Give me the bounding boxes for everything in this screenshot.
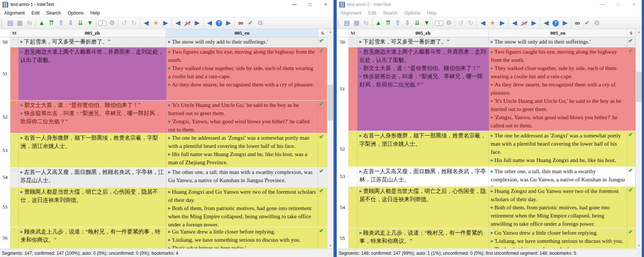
status-cell[interactable]: ✔ [318, 101, 327, 133]
previous-bookmark-icon[interactable]: ◀ [478, 18, 488, 28]
segment-text[interactable]: ▶左首一人又高又瘦，面目黝黑，姓顾名炎武，字亭林，江苏昆山人士。 [20, 168, 164, 184]
segment-text[interactable]: ▶快步迎将出去，叫道：“梨洲兄、亭林兄，哪一阵好风，吹得你二位光临？” [359, 72, 487, 89]
segment-text[interactable]: ▶Two figures caught his eye, moving alon… [168, 48, 316, 64]
menu-search[interactable]: Search [379, 9, 401, 17]
col-header-005-zh[interactable]: 005_zh [19, 29, 166, 37]
col-header-m[interactable]: M [10, 29, 19, 37]
move-down-green-icon[interactable]: ▼ [85, 18, 95, 28]
sync-arrows-icon[interactable]: ⇆ [25, 18, 34, 28]
segment-text[interactable]: ▶They walked close together, side by sid… [168, 64, 316, 80]
menu-help[interactable]: Help [87, 9, 103, 17]
wrench-icon[interactable]: ⚙ [107, 18, 117, 28]
move-double-up-green-icon[interactable]: ⇈ [47, 18, 56, 28]
bookmark-star-outline-icon[interactable]: ☆ [12, 37, 16, 43]
segment-text[interactable]: ▶That's what brings us here today.' [491, 245, 625, 248]
bookmark-cell[interactable]: ☆ [10, 227, 19, 248]
segment-text[interactable]: ▶忽见南边大道上两个人戴着斗笠，并肩而来，走到近处，认出了面貌。 [359, 48, 487, 64]
non-1-1-alignment-icon[interactable]: 1:1 [519, 18, 529, 28]
bookmark-star-outline-icon[interactable]: ☆ [12, 168, 16, 173]
menu-help[interactable]: Help [424, 9, 440, 17]
segment-text[interactable]: ▶忽见南边大道上两个人戴着斗笠，并肩而来，走到近处，认出了面貌。 [20, 48, 164, 64]
bookmark-cell[interactable]: ★ [10, 101, 19, 133]
redo-icon[interactable]: ↻ [129, 18, 139, 28]
previous-bookmark-icon[interactable]: ◀ [141, 18, 151, 28]
save-icon[interactable]: ▦ [15, 18, 25, 28]
bookmark-cell[interactable]: ☆ [10, 168, 19, 187]
status-cell[interactable]: ✔ [627, 167, 635, 186]
redo-icon[interactable]: ↻ [466, 18, 475, 28]
undo-icon[interactable]: ↺ [119, 18, 129, 28]
col-header-s[interactable]: S [627, 29, 635, 37]
minimize-button[interactable]: — [286, 0, 302, 9]
segment-text[interactable]: ▶下起雪来，可又多受一番折磨了。” [20, 38, 164, 46]
bookmark-cell[interactable]: ☆ [349, 131, 358, 166]
merge-pages-icon[interactable]: ⧉ [255, 18, 265, 28]
segment-text[interactable]: ▶左首一人又高又瘦，面目黝黑，姓顾名炎武，字亭林，江苏昆山人士。 [359, 167, 487, 184]
source-cell[interactable]: ▶下起雪来，可又多受一番折磨了。” [358, 37, 489, 47]
segment-text[interactable]: ▶那文士大喜，道：“是你黄伯伯、顾伯伯来了！” [20, 101, 164, 109]
move-up-green-icon[interactable]: ▲ [374, 18, 383, 28]
target-cell[interactable]: ▶The snow will only add to their sufferi… [489, 37, 627, 47]
bookmark-star-icon[interactable]: ★ [12, 47, 16, 53]
segment-text[interactable]: ▶That's what brings us here today.' [168, 244, 316, 248]
target-cell[interactable]: ▶Two figures caught his eye, moving alon… [166, 47, 318, 100]
segment-text[interactable]: ▶Two figures caught his eye, moving alon… [491, 48, 625, 64]
confirm-check-icon[interactable]: ✔ [246, 18, 255, 28]
bookmark-cell[interactable]: ☆ [349, 187, 358, 228]
toolbar-grip[interactable] [1, 19, 4, 27]
menu-edit[interactable]: Edit [28, 9, 43, 17]
bookmark-star-outline-icon[interactable]: ☆ [12, 133, 16, 139]
source-cell[interactable]: ▶下起雪来，可又多受一番折磨了。” [19, 37, 166, 47]
bookmark-star-outline-icon[interactable]: ☆ [350, 37, 354, 43]
segment-text[interactable]: ▶右首一人身形微胖，颏下一部黑须，姓黄名宗羲，字梨洲，浙江余姚人士。 [359, 131, 487, 148]
target-cell[interactable]: ▶Two figures caught his eye, moving alon… [489, 47, 627, 131]
segment-text[interactable]: ▶Gu Yanwu drew a little closer before re… [491, 229, 625, 237]
segment-text[interactable]: ▶顾炎武走上几步，说道：“晚村兄，有一件要紧的事，特来和你商议。” [20, 228, 164, 244]
move-double-up-green-icon[interactable]: ⇈ [383, 18, 393, 28]
menu-edit[interactable]: Edit [365, 9, 380, 17]
status-cell[interactable]: ✔ [627, 187, 635, 228]
bookmark-cell[interactable]: ☆ [10, 37, 19, 47]
shift-down-blue-arrow-icon[interactable]: ⇩ [403, 18, 412, 28]
source-cell[interactable]: ▶忽见南边大道上两个人戴着斗笠，并肩而来，走到近处，认出了面貌。▶那文士大喜，道… [358, 47, 489, 131]
segment-text[interactable]: ▶'Zongxi, Yanwu, what good wind blows yo… [491, 113, 625, 130]
segment-text[interactable]: ▶那文士大喜，道：“是你黄伯伯、顾伯伯来了！” [359, 64, 487, 72]
status-cell[interactable]: ✔ [318, 227, 327, 248]
previous-unconfirmed-icon[interactable]: ◀ [205, 18, 214, 28]
status-cell[interactable]: ✔ [318, 168, 327, 187]
move-double-down-green-icon[interactable]: ⇊ [76, 18, 85, 28]
segment-text[interactable]: ▶'It's Uncle Huang and Uncle Gu,' he sai… [168, 101, 316, 117]
target-cell[interactable]: ▶The one he addressed as 'Zongxi' was a … [489, 131, 627, 166]
question-mark-circle-icon[interactable]: ? [552, 20, 559, 26]
bookmark-star-outline-icon[interactable]: ☆ [350, 187, 354, 192]
source-cell[interactable]: ▶右首一人身形微胖，颏下一部黑须，姓黄名宗羲，字梨洲，浙江余姚人士。 [358, 131, 489, 166]
title-bar[interactable]: test-anno-1 - InterText —□× [0, 0, 333, 9]
status-cell[interactable]: ✔ [318, 133, 327, 167]
maximize-button[interactable]: □ [611, 0, 626, 9]
move-up-green-icon[interactable]: ▲ [37, 18, 47, 28]
previous-non-1-1-icon[interactable]: ◀ [173, 18, 183, 28]
segment-text[interactable]: ▶顾炎武走上几步，说道：“晚村兄，有一件要紧的事，特来和你商议。” [359, 229, 487, 245]
segment-text[interactable]: ▶Both of them, from patriotic motives, h… [491, 203, 625, 228]
bookmark-star-outline-icon[interactable]: ☆ [350, 131, 354, 137]
source-cell[interactable]: ▶左首一人又高又瘦，面目黝黑，姓顾名炎武，字亭林，江苏昆山人士。 [19, 168, 166, 187]
target-cell[interactable]: ▶The one he addressed as 'Zongxi' was a … [166, 133, 318, 167]
shift-up-blue-arrow-icon[interactable]: ⇧ [56, 18, 66, 28]
segment-text[interactable]: ▶As they drew nearer, he recognized them… [168, 80, 316, 89]
segment-text[interactable]: ▶The snow will only add to their sufferi… [491, 38, 625, 46]
minimize-button[interactable]: — [595, 0, 611, 9]
shift-down-blue-arrow-icon[interactable]: ⇩ [66, 18, 76, 28]
bookmark-star-icon[interactable]: ★ [151, 18, 161, 28]
bookmark-star-icon[interactable]: ★ [350, 47, 354, 53]
move-double-down-green-icon[interactable]: ⇊ [412, 18, 422, 28]
segment-text[interactable]: ▶'Liuliang, we have something serious to… [168, 236, 316, 244]
close-button[interactable]: × [318, 0, 333, 9]
segment-text[interactable]: ▶'It's Uncle Huang and Uncle Gu,' he sai… [491, 97, 625, 113]
bookmark-star-outline-icon[interactable]: ☆ [350, 228, 354, 234]
scroll-down-icon[interactable]: ▼ [327, 243, 333, 249]
menu-options[interactable]: Options [401, 9, 424, 17]
maximize-button[interactable]: □ [302, 0, 318, 9]
segment-text[interactable]: ▶'Liuliang, we have something serious to… [491, 237, 625, 245]
segment-text[interactable]: ▶右首一人身形微胖，颏下一部黑须，姓黄名宗羲，字梨洲，浙江余姚人士。 [20, 134, 164, 150]
segment-text[interactable]: ▶快步迎将出去，叫道：“梨洲兄、亭林兄，哪一阵好风，吹得你二位光临？” [20, 109, 164, 126]
